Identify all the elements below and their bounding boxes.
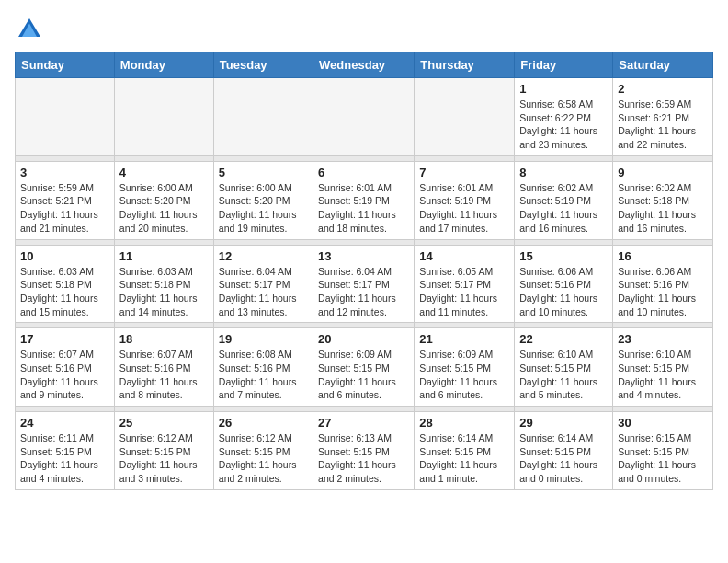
- day-number: 22: [519, 332, 608, 346]
- calendar-cell: 22Sunrise: 6:10 AM Sunset: 5:15 PM Dayli…: [515, 328, 613, 407]
- calendar-cell: 5Sunrise: 6:00 AM Sunset: 5:20 PM Daylig…: [213, 161, 313, 239]
- calendar-cell: 8Sunrise: 6:02 AM Sunset: 5:19 PM Daylig…: [515, 161, 613, 239]
- calendar-cell: 15Sunrise: 6:06 AM Sunset: 5:16 PM Dayli…: [515, 245, 613, 323]
- day-number: 5: [219, 166, 308, 179]
- calendar-cell: 17Sunrise: 6:07 AM Sunset: 5:16 PM Dayli…: [16, 328, 115, 407]
- calendar-cell: 16Sunrise: 6:06 AM Sunset: 5:16 PM Dayli…: [613, 245, 713, 323]
- calendar-header-wednesday: Wednesday: [313, 52, 415, 78]
- calendar-cell: 4Sunrise: 6:00 AM Sunset: 5:20 PM Daylig…: [114, 161, 213, 239]
- calendar-cell: 2Sunrise: 6:59 AM Sunset: 6:21 PM Daylig…: [613, 78, 713, 156]
- day-info: Sunrise: 6:06 AM Sunset: 5:16 PM Dayligh…: [618, 265, 708, 319]
- day-info: Sunrise: 6:07 AM Sunset: 5:16 PM Dayligh…: [119, 348, 209, 402]
- day-info: Sunrise: 6:04 AM Sunset: 5:17 PM Dayligh…: [219, 265, 308, 319]
- day-info: Sunrise: 6:15 AM Sunset: 5:15 PM Dayligh…: [618, 431, 708, 486]
- calendar-cell: 3Sunrise: 5:59 AM Sunset: 5:21 PM Daylig…: [16, 161, 115, 239]
- calendar-cell: [16, 78, 115, 156]
- calendar-header-sunday: Sunday: [16, 52, 115, 78]
- day-info: Sunrise: 6:00 AM Sunset: 5:20 PM Dayligh…: [219, 181, 308, 236]
- calendar-week-row: 17Sunrise: 6:07 AM Sunset: 5:16 PM Dayli…: [16, 328, 713, 407]
- calendar-cell: 13Sunrise: 6:04 AM Sunset: 5:17 PM Dayli…: [313, 245, 415, 323]
- calendar-cell: 27Sunrise: 6:13 AM Sunset: 5:15 PM Dayli…: [313, 412, 415, 490]
- calendar-cell: 12Sunrise: 6:04 AM Sunset: 5:17 PM Dayli…: [213, 245, 313, 323]
- day-number: 3: [20, 166, 109, 179]
- day-info: Sunrise: 6:05 AM Sunset: 5:17 PM Dayligh…: [419, 265, 509, 319]
- calendar-header-monday: Monday: [114, 52, 213, 78]
- calendar-cell: 26Sunrise: 6:12 AM Sunset: 5:15 PM Dayli…: [213, 412, 313, 490]
- day-number: 27: [318, 416, 409, 430]
- header: [15, 15, 713, 44]
- calendar-week-row: 3Sunrise: 5:59 AM Sunset: 5:21 PM Daylig…: [16, 161, 713, 239]
- calendar-cell: 19Sunrise: 6:08 AM Sunset: 5:16 PM Dayli…: [213, 328, 313, 407]
- calendar-week-row: 10Sunrise: 6:03 AM Sunset: 5:18 PM Dayli…: [16, 245, 713, 323]
- calendar-cell: 30Sunrise: 6:15 AM Sunset: 5:15 PM Dayli…: [613, 412, 713, 490]
- day-number: 20: [318, 332, 409, 346]
- calendar-cell: 18Sunrise: 6:07 AM Sunset: 5:16 PM Dayli…: [114, 328, 213, 407]
- day-info: Sunrise: 6:14 AM Sunset: 5:15 PM Dayligh…: [419, 431, 509, 486]
- calendar-cell: [415, 78, 515, 156]
- day-info: Sunrise: 6:08 AM Sunset: 5:16 PM Dayligh…: [219, 348, 308, 402]
- day-info: Sunrise: 6:03 AM Sunset: 5:18 PM Dayligh…: [20, 265, 109, 319]
- day-number: 7: [419, 166, 509, 179]
- day-info: Sunrise: 6:12 AM Sunset: 5:15 PM Dayligh…: [119, 431, 209, 486]
- calendar-cell: 25Sunrise: 6:12 AM Sunset: 5:15 PM Dayli…: [114, 412, 213, 490]
- calendar-cell: [313, 78, 415, 156]
- calendar-week-row: 1Sunrise: 6:58 AM Sunset: 6:22 PM Daylig…: [16, 78, 713, 156]
- day-number: 17: [20, 332, 109, 346]
- day-number: 29: [519, 416, 608, 430]
- day-number: 4: [119, 166, 209, 179]
- calendar-cell: 24Sunrise: 6:11 AM Sunset: 5:15 PM Dayli…: [16, 412, 115, 490]
- day-number: 15: [519, 249, 608, 263]
- day-number: 19: [219, 332, 308, 346]
- day-number: 9: [618, 166, 708, 179]
- day-number: 6: [318, 166, 409, 179]
- calendar-cell: 21Sunrise: 6:09 AM Sunset: 5:15 PM Dayli…: [415, 328, 515, 407]
- calendar-table: SundayMondayTuesdayWednesdayThursdayFrid…: [15, 52, 713, 490]
- day-number: 28: [419, 416, 509, 430]
- day-number: 24: [20, 416, 109, 430]
- calendar-cell: 28Sunrise: 6:14 AM Sunset: 5:15 PM Dayli…: [415, 412, 515, 490]
- day-number: 21: [419, 332, 509, 346]
- day-number: 30: [618, 416, 708, 430]
- day-number: 12: [219, 249, 308, 263]
- day-number: 14: [419, 249, 509, 263]
- calendar-cell: 29Sunrise: 6:14 AM Sunset: 5:15 PM Dayli…: [515, 412, 613, 490]
- day-number: 26: [219, 416, 308, 430]
- calendar-cell: 20Sunrise: 6:09 AM Sunset: 5:15 PM Dayli…: [313, 328, 415, 407]
- day-info: Sunrise: 6:03 AM Sunset: 5:18 PM Dayligh…: [119, 265, 209, 319]
- day-number: 8: [519, 166, 608, 179]
- day-info: Sunrise: 6:59 AM Sunset: 6:21 PM Dayligh…: [618, 98, 708, 152]
- day-info: Sunrise: 6:02 AM Sunset: 5:19 PM Dayligh…: [519, 181, 608, 236]
- logo: [15, 15, 48, 44]
- day-info: Sunrise: 6:01 AM Sunset: 5:19 PM Dayligh…: [419, 181, 509, 236]
- calendar-cell: 6Sunrise: 6:01 AM Sunset: 5:19 PM Daylig…: [313, 161, 415, 239]
- calendar-week-row: 24Sunrise: 6:11 AM Sunset: 5:15 PM Dayli…: [16, 412, 713, 490]
- calendar-cell: 1Sunrise: 6:58 AM Sunset: 6:22 PM Daylig…: [515, 78, 613, 156]
- day-info: Sunrise: 6:02 AM Sunset: 5:18 PM Dayligh…: [618, 181, 708, 236]
- calendar-cell: 23Sunrise: 6:10 AM Sunset: 5:15 PM Dayli…: [613, 328, 713, 407]
- day-number: 23: [618, 332, 708, 346]
- day-info: Sunrise: 6:14 AM Sunset: 5:15 PM Dayligh…: [519, 431, 608, 486]
- calendar-cell: 10Sunrise: 6:03 AM Sunset: 5:18 PM Dayli…: [16, 245, 115, 323]
- day-info: Sunrise: 6:12 AM Sunset: 5:15 PM Dayligh…: [219, 431, 308, 486]
- day-info: Sunrise: 6:10 AM Sunset: 5:15 PM Dayligh…: [519, 348, 608, 402]
- day-info: Sunrise: 6:06 AM Sunset: 5:16 PM Dayligh…: [519, 265, 608, 319]
- day-info: Sunrise: 6:09 AM Sunset: 5:15 PM Dayligh…: [318, 348, 409, 402]
- day-info: Sunrise: 6:00 AM Sunset: 5:20 PM Dayligh…: [119, 181, 209, 236]
- day-number: 2: [618, 82, 708, 96]
- day-info: Sunrise: 6:58 AM Sunset: 6:22 PM Dayligh…: [519, 98, 608, 152]
- calendar-cell: 14Sunrise: 6:05 AM Sunset: 5:17 PM Dayli…: [415, 245, 515, 323]
- day-info: Sunrise: 5:59 AM Sunset: 5:21 PM Dayligh…: [20, 181, 109, 236]
- calendar-cell: [114, 78, 213, 156]
- day-info: Sunrise: 6:01 AM Sunset: 5:19 PM Dayligh…: [318, 181, 409, 236]
- day-number: 1: [519, 82, 608, 96]
- calendar-cell: 11Sunrise: 6:03 AM Sunset: 5:18 PM Dayli…: [114, 245, 213, 323]
- day-number: 10: [20, 249, 109, 263]
- day-info: Sunrise: 6:04 AM Sunset: 5:17 PM Dayligh…: [318, 265, 409, 319]
- calendar-header-thursday: Thursday: [415, 52, 515, 78]
- day-info: Sunrise: 6:09 AM Sunset: 5:15 PM Dayligh…: [419, 348, 509, 402]
- day-number: 18: [119, 332, 209, 346]
- day-number: 25: [119, 416, 209, 430]
- calendar-header-row: SundayMondayTuesdayWednesdayThursdayFrid…: [16, 52, 713, 78]
- calendar-header-saturday: Saturday: [613, 52, 713, 78]
- calendar-cell: [213, 78, 313, 156]
